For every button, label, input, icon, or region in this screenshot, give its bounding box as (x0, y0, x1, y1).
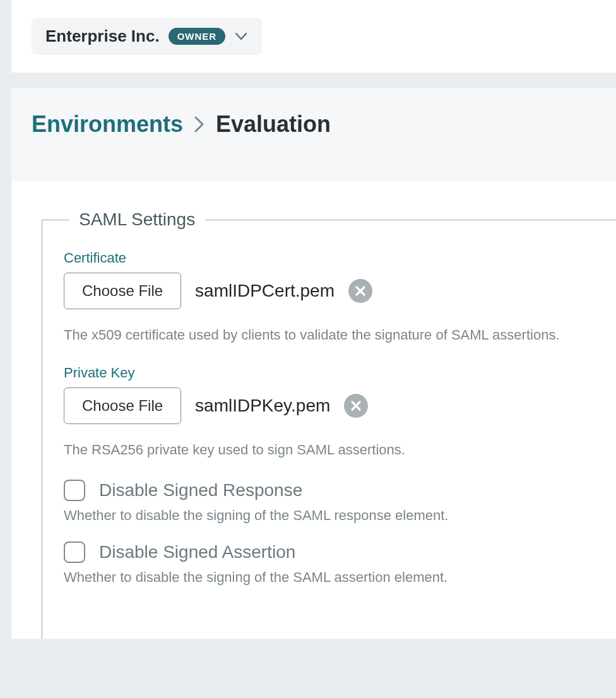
private-key-file-row: Choose File samlIDPKey.pem (64, 387, 616, 424)
certificate-clear-icon[interactable] (348, 279, 372, 303)
top-bar: Enterprise Inc. OWNER (11, 0, 616, 73)
certificate-file-name: samlIDPCert.pem (195, 281, 335, 301)
certificate-help-text: The x509 certificate used by clients to … (64, 327, 616, 343)
disable-signed-assertion-checkbox[interactable] (64, 541, 85, 563)
breadcrumb-link-environments[interactable]: Environments (32, 111, 183, 138)
saml-settings-fieldset: SAML Settings Certificate Choose File sa… (42, 210, 616, 639)
saml-legend: SAML Settings (69, 210, 205, 230)
disable-signed-assertion-label: Disable Signed Assertion (99, 542, 295, 562)
private-key-clear-icon[interactable] (344, 394, 368, 418)
org-name: Enterprise Inc. (45, 27, 160, 46)
org-selector[interactable]: Enterprise Inc. OWNER (32, 18, 262, 55)
certificate-file-row: Choose File samlIDPCert.pem (64, 273, 616, 309)
disable-signed-response-help: Whether to disable the signing of the SA… (64, 507, 616, 524)
certificate-label: Certificate (64, 250, 616, 266)
certificate-choose-file-button[interactable]: Choose File (64, 273, 181, 309)
breadcrumb-current: Evaluation (216, 111, 331, 138)
private-key-label: Private Key (64, 365, 616, 381)
chevron-down-icon (234, 33, 248, 40)
page-root: Enterprise Inc. OWNER Environments Evalu… (0, 0, 616, 698)
breadcrumb-panel: Environments Evaluation (11, 88, 616, 182)
chevron-right-icon (194, 116, 204, 133)
disable-signed-assertion-row: Disable Signed Assertion (64, 541, 616, 563)
disable-signed-response-row: Disable Signed Response (64, 480, 616, 501)
private-key-choose-file-button[interactable]: Choose File (64, 387, 181, 424)
disable-signed-response-label: Disable Signed Response (99, 480, 302, 500)
main-content: SAML Settings Certificate Choose File sa… (11, 182, 616, 639)
breadcrumb: Environments Evaluation (32, 111, 596, 138)
private-key-help-text: The RSA256 private key used to sign SAML… (64, 442, 616, 458)
disable-signed-response-checkbox[interactable] (64, 480, 85, 501)
owner-badge: OWNER (169, 28, 226, 45)
private-key-file-name: samlIDPKey.pem (195, 396, 330, 416)
disable-signed-assertion-help: Whether to disable the signing of the SA… (64, 569, 616, 586)
